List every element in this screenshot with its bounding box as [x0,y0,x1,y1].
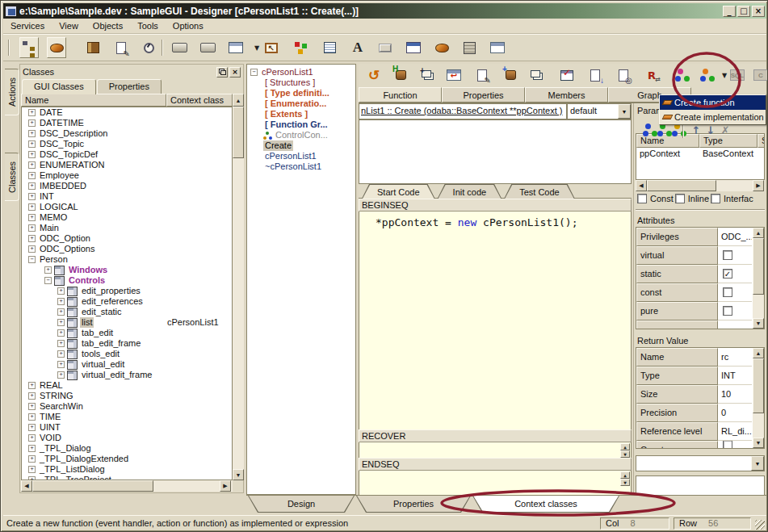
extra-combobox[interactable]: ▼ [636,455,765,471]
resize-grip[interactable] [755,520,765,530]
code-tab-init-code[interactable]: Init code [438,184,502,199]
function-graph-icon[interactable] [670,65,690,85]
edit-document-icon[interactable]: ✎ [111,37,131,58]
side-tab-actions[interactable]: Actions [5,69,19,115]
checkbox-inline[interactable] [675,194,685,203]
class-tree-item[interactable]: +tools_edit [22,349,232,359]
expand-toggle[interactable]: + [28,413,36,421]
class-tree-item[interactable]: +IMBEDDED [22,181,232,191]
paint-flags-icon[interactable] [291,37,310,58]
image-frame-icon[interactable]: ↖ [262,37,281,58]
checkbox-const[interactable] [637,194,647,203]
class-tree-vscrollbar[interactable]: ▼ [233,107,244,480]
menu-item-create-implementation[interactable]: Create implementation [660,110,766,124]
property-row[interactable]: Namerc [636,348,752,367]
function-description-area[interactable] [359,119,632,184]
vscroll-thumb[interactable] [753,238,764,295]
dictionary-book-icon[interactable] [83,37,103,58]
class-tree-item[interactable]: +SearchWin [22,401,232,412]
window-form-icon[interactable] [488,37,507,58]
object-tree-item[interactable]: [ Function Gr... [247,119,355,130]
side-tab-classes[interactable]: Classes [5,153,19,201]
property-value[interactable] [718,441,752,449]
close-button[interactable]: × [752,6,765,17]
property-row[interactable]: pure [636,302,752,320]
class-tree-item[interactable]: +DATETIME [22,118,232,128]
object-tree-item[interactable]: [ Extents ] [247,109,355,119]
bottom-tab-design[interactable]: Design [248,496,355,513]
maximize-button[interactable]: □ [737,6,750,17]
menu-services[interactable]: Services [3,19,52,32]
property-row[interactable] [636,320,752,329]
class-tree-item[interactable]: +VOID [22,433,232,443]
class-tree-item[interactable]: +edit_static [22,307,232,317]
object-tree-item[interactable]: [ Structures ] [247,77,355,88]
class-tree-item[interactable]: +edit_properties [22,286,232,296]
notes-box[interactable] [636,475,765,496]
property-value[interactable]: RL_di... [718,422,752,441]
expand-toggle[interactable]: + [28,382,36,389]
recover-scroll-arrows[interactable]: ▲▼ [620,443,630,458]
import-window-icon[interactable]: ↩ [444,65,464,85]
table-vscrollbar[interactable]: ▲▼ [753,228,764,329]
param-column-2[interactable]: Si: [758,134,765,148]
expand-toggle[interactable]: + [57,350,65,358]
expand-toggle[interactable]: + [28,455,36,463]
expand-toggle[interactable]: + [28,235,36,242]
property-checkbox[interactable]: ✓ [723,269,732,279]
expand-toggle[interactable]: + [28,245,36,253]
object-tree-item[interactable]: Create [247,140,355,151]
drive-blue-icon[interactable] [170,37,189,58]
expand-toggle[interactable]: + [57,287,65,295]
expand-toggle[interactable]: + [28,224,36,232]
bottom-tab-context-classes[interactable]: Context classes [472,496,619,513]
class-tree-item[interactable]: +virtual_edit_frame [22,370,232,380]
expand-toggle[interactable]: + [28,445,36,452]
class-tree-item[interactable]: +tab_edit [22,328,232,338]
class-hierarchy-icon[interactable] [19,37,39,58]
float-panel-button[interactable] [216,67,228,77]
extra-dropdown-icon[interactable]: ▼ [751,456,764,471]
edit-function-icon[interactable]: ✎ [472,65,492,85]
object-tree-item[interactable]: cPersonList1 [247,151,355,161]
property-row[interactable]: TypeINT [636,367,752,385]
property-value[interactable]: ODC_... [718,228,752,246]
code-tab-test-code[interactable]: Test Code [504,184,575,199]
class-tree-item[interactable]: +DSC_Description [22,128,232,139]
class-tree-item[interactable]: +ODC_Options [22,244,232,254]
create-function-icon[interactable] [695,65,715,85]
menu-tools[interactable]: Tools [130,19,166,32]
object-tree-item[interactable]: ControlCon... [247,130,355,140]
expand-toggle[interactable]: + [28,193,36,200]
expand-toggle[interactable]: + [28,140,36,148]
class-tree-item[interactable]: +edit_references [22,296,232,307]
expand-toggle[interactable]: + [28,214,36,221]
expand-toggle[interactable]: − [28,256,36,263]
property-row[interactable]: const [636,283,752,302]
push-button-icon[interactable] [376,37,395,58]
property-row[interactable]: Const [636,441,752,449]
property-row[interactable]: Size10 [636,385,752,404]
expand-toggle[interactable]: + [28,203,36,211]
menu-view[interactable]: View [52,19,86,32]
database-disc-icon[interactable] [47,37,66,58]
class-tree-item[interactable]: +REAL [22,380,232,391]
hscroll-thumb[interactable] [32,480,153,492]
class-tree-item[interactable]: +DSC_TopicDef [22,149,232,160]
attributes-table[interactable]: PrivilegesODC_...virtualstatic✓constpure… [636,227,765,329]
apply-check-icon[interactable]: ✓ [557,65,577,85]
table-vscrollbar[interactable]: ▲▼ [753,348,764,448]
expand-toggle[interactable]: + [28,403,36,410]
property-checkbox[interactable] [723,250,732,260]
property-value[interactable]: 0 [718,404,752,422]
expand-toggle[interactable]: + [57,329,65,337]
class-tree-item[interactable]: −Person [22,254,232,265]
class-tree-item[interactable]: +STRING [22,391,232,401]
param-scroll-left[interactable]: ◀ [636,180,647,191]
expand-toggle[interactable]: + [28,172,36,179]
expand-toggle[interactable]: + [57,298,65,305]
copy-set-icon[interactable] [527,65,546,85]
class-tree-item[interactable]: +_TPL_DialogExtended [22,454,232,464]
property-checkbox[interactable] [723,441,732,449]
font-style-icon[interactable]: A [348,37,367,58]
